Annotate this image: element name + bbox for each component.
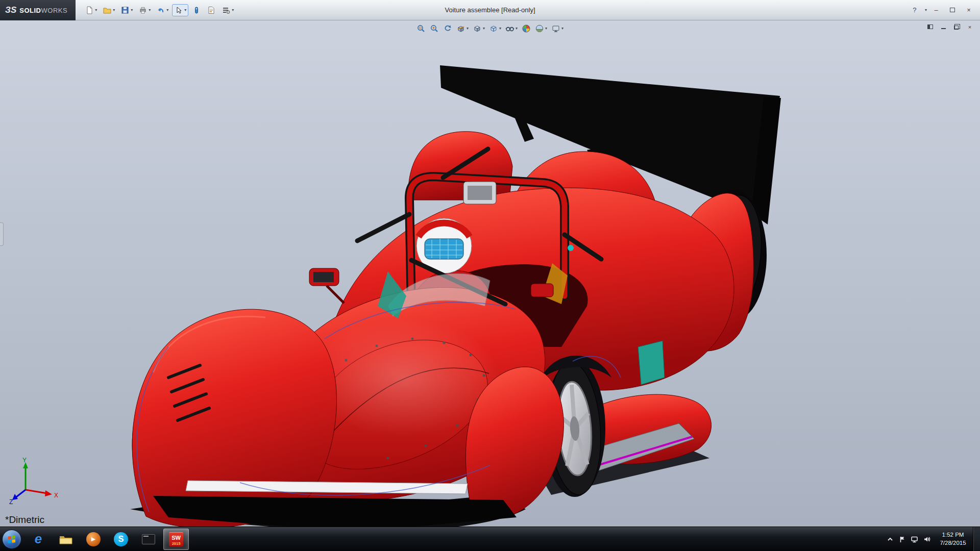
show-desktop-button[interactable]: [973, 527, 980, 551]
select-tool-button[interactable]: ▾: [172, 4, 188, 16]
start-button[interactable]: [0, 527, 23, 551]
media-player-icon: ▶: [86, 532, 101, 546]
solidworks-window: ЗS SOLIDWORKS ▾ ▾ ▾ ▾ ▾: [0, 0, 980, 551]
graphics-area[interactable]: ▾ ▾ ▾ ▾ ▾ ▾: [0, 20, 980, 527]
left-front-fender[interactable]: [132, 309, 337, 527]
skype-button[interactable]: S: [108, 529, 134, 550]
feature-pane-splitter[interactable]: [0, 222, 4, 246]
dropdown-caret-icon[interactable]: ▾: [561, 27, 564, 31]
window-title: Voiture assemblee [Read-only]: [445, 6, 535, 14]
clock-date: 7/28/2015: [933, 539, 973, 547]
solidworks-taskbar-button[interactable]: SW 2015: [163, 529, 189, 550]
options-list-icon: [222, 6, 231, 15]
windscreen-panel[interactable]: [463, 182, 496, 204]
open-folder-icon: [103, 6, 112, 15]
print-button[interactable]: ▾: [136, 4, 153, 16]
doc-restore-button[interactable]: [951, 22, 962, 31]
pane-toggle-button[interactable]: [925, 22, 935, 31]
dropdown-caret-icon[interactable]: ▾: [149, 8, 151, 12]
tray-expand-button[interactable]: [884, 529, 896, 549]
chevron-up-icon: [887, 536, 894, 543]
system-tray: 1:52 PM 7/28/2015: [884, 527, 980, 551]
previous-view-icon: [443, 24, 452, 33]
window-controls: ? ▾ – ×: [908, 5, 980, 16]
file-properties-button[interactable]: [205, 4, 218, 16]
triad-x-label: X: [54, 492, 58, 499]
dropdown-caret-icon[interactable]: ▾: [483, 27, 485, 31]
pane-icon: [927, 24, 933, 29]
solidworks-initials: SW: [172, 535, 181, 541]
quick-access-toolbar: ▾ ▾ ▾ ▾ ▾ ▾: [76, 4, 236, 16]
dropdown-caret-icon[interactable]: ▾: [131, 8, 133, 12]
edit-appearance-button[interactable]: [520, 22, 532, 35]
dropdown-caret-icon[interactable]: ▾: [545, 27, 547, 31]
console-window-button[interactable]: [136, 529, 161, 550]
file-explorer-button[interactable]: [53, 529, 79, 550]
dropdown-caret-icon[interactable]: ▾: [184, 8, 186, 12]
solidworks-app-icon: SW 2015: [169, 532, 183, 546]
undo-arrow-icon: [156, 6, 165, 15]
help-caret-icon[interactable]: ▾: [925, 8, 927, 12]
view-orientation-button[interactable]: ▾: [471, 22, 486, 35]
taskbar-apps: e ▶ S SW 2015: [23, 529, 189, 550]
dropdown-caret-icon[interactable]: ▾: [467, 27, 469, 31]
previous-view-button[interactable]: [442, 22, 454, 35]
rebuild-button[interactable]: [190, 4, 203, 16]
model-canvas[interactable]: [0, 20, 980, 527]
section-view-button[interactable]: ▾: [455, 22, 470, 35]
doc-restore-icon: [954, 26, 959, 30]
new-document-button[interactable]: ▾: [83, 4, 99, 16]
print-icon: [138, 6, 148, 15]
rebuild-icon: [192, 6, 201, 15]
zoom-to-area-button[interactable]: [428, 22, 440, 35]
display-style-button[interactable]: ▾: [487, 22, 503, 35]
dropdown-caret-icon[interactable]: ▾: [95, 8, 97, 12]
document-window-controls: ×: [925, 22, 975, 31]
dropdown-caret-icon[interactable]: ▾: [516, 27, 518, 31]
internet-explorer-button[interactable]: e: [26, 529, 51, 550]
dropdown-caret-icon[interactable]: ▾: [166, 8, 168, 12]
save-floppy-icon: [120, 6, 130, 15]
view-settings-button[interactable]: ▾: [550, 22, 565, 35]
minimize-button[interactable]: –: [929, 5, 943, 16]
zoom-to-area-icon: [430, 24, 439, 33]
maximize-icon: [950, 8, 955, 12]
taskbar-clock[interactable]: 1:52 PM 7/28/2015: [933, 531, 973, 547]
doc-minimize-button[interactable]: [938, 22, 948, 31]
open-document-button[interactable]: ▾: [101, 4, 117, 16]
glasses-icon: [505, 24, 514, 33]
options-button[interactable]: ▾: [219, 4, 236, 16]
appearance-ball-icon: [522, 24, 531, 33]
dropdown-caret-icon[interactable]: ▾: [499, 27, 501, 31]
doc-close-button[interactable]: ×: [965, 22, 975, 31]
help-button[interactable]: ?: [908, 5, 922, 16]
maximize-button[interactable]: [945, 5, 960, 16]
clock-time: 1:52 PM: [933, 531, 973, 539]
apply-scene-button[interactable]: ▾: [533, 22, 549, 35]
close-button[interactable]: ×: [962, 5, 976, 16]
heads-up-view-toolbar: ▾ ▾ ▾ ▾ ▾ ▾: [415, 22, 565, 35]
scene-icon: [535, 24, 544, 33]
folder-icon: [59, 534, 73, 545]
console-window-icon: [142, 534, 155, 544]
new-document-icon: [85, 6, 94, 15]
dropdown-caret-icon[interactable]: ▾: [113, 8, 115, 12]
network-status-button[interactable]: [909, 529, 921, 549]
volume-button[interactable]: [921, 529, 933, 549]
zoom-to-fit-button[interactable]: [415, 22, 427, 35]
dropdown-caret-icon[interactable]: ▾: [232, 8, 234, 12]
windows-orb-icon: [2, 530, 21, 549]
hide-show-items-button[interactable]: ▾: [504, 22, 519, 35]
helmet-visor: [425, 239, 463, 259]
solidworks-year-badge: 2015: [169, 541, 183, 546]
internet-explorer-icon: e: [35, 531, 42, 547]
front-splitter[interactable]: [153, 481, 517, 527]
triad-z-label: Z: [9, 498, 13, 504]
undo-button[interactable]: ▾: [154, 4, 170, 16]
action-center-button[interactable]: [896, 529, 909, 549]
save-button[interactable]: ▾: [118, 4, 135, 16]
orientation-triad: Y X Z: [8, 457, 61, 504]
display-style-icon: [489, 24, 498, 33]
media-player-button[interactable]: ▶: [81, 529, 106, 550]
brand-light: WORKS: [41, 7, 68, 14]
